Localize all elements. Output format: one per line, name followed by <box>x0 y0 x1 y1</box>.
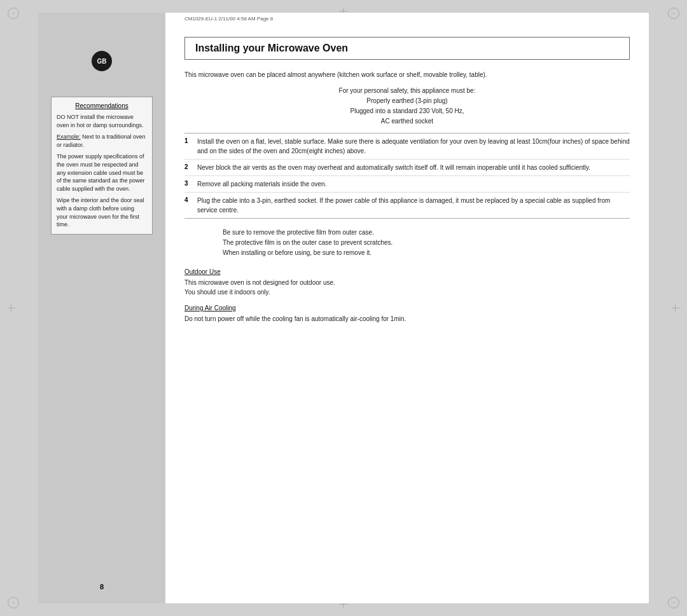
instruction-row-2: 2 Never block the air vents as the oven … <box>184 160 630 176</box>
reg-mark-tr <box>668 8 679 19</box>
gb-badge: GB <box>92 51 112 71</box>
recommendations-content: DO NOT install the microwave oven in hot… <box>57 113 147 229</box>
intro-paragraph: This microwave oven can be placed almost… <box>184 70 630 79</box>
instruction-text-3: Remove all packing materials inside the … <box>197 179 630 189</box>
safety-heading: For your personal safety, this appliance… <box>184 86 630 96</box>
reg-mark-br <box>668 597 679 608</box>
rec-para-4: Wipe the interior and the door seal with… <box>57 196 147 228</box>
instruction-text-1: Install the oven on a flat, level, stabl… <box>197 137 630 156</box>
instruction-row-3: 3 Remove all packing materials inside th… <box>184 176 630 193</box>
film-note-line1: Be sure to remove the protective film fr… <box>223 228 630 238</box>
instructions-table: 1 Install the oven on a flat, level, sta… <box>184 133 630 219</box>
cross-mark-left <box>8 305 15 312</box>
page-number: 8 <box>100 583 104 591</box>
film-note-line3: When installing or before using, be sure… <box>223 248 630 258</box>
film-note: Be sure to remove the protective film fr… <box>184 228 630 258</box>
sidebar: GB Recommendations DO NOT install the mi… <box>38 13 165 603</box>
film-note-line2: The protective film is on the outer case… <box>223 238 630 248</box>
safety-item-1: Properly earthed (3-pin plug) <box>184 96 630 106</box>
reg-mark-bl <box>8 597 19 608</box>
outdoor-use-section: Outdoor Use This microwave oven is not d… <box>184 268 630 297</box>
instruction-row-1: 1 Install the oven on a flat, level, sta… <box>184 133 630 160</box>
recommendations-box: Recommendations DO NOT install the micro… <box>51 97 153 235</box>
instruction-text-4: Plug the cable into a 3-pin, earthed soc… <box>197 196 630 215</box>
instruction-num-1: 1 <box>184 137 197 156</box>
page-title: Installing your Microwave Oven <box>195 43 619 54</box>
title-box: Installing your Microwave Oven <box>184 37 630 60</box>
outdoor-use-text1: This microwave oven is not designed for … <box>184 278 630 287</box>
instruction-row-4: 4 Plug the cable into a 3-pin, earthed s… <box>184 193 630 218</box>
instruction-text-2: Never block the air vents as the oven ma… <box>197 163 630 172</box>
during-air-cooling-title: During Air Cooling <box>184 305 630 311</box>
main-content: CM1029-EU-1 2/11/00 4:58 AM Page 8 Insta… <box>165 13 649 603</box>
example-label: Example: <box>57 133 81 140</box>
outdoor-use-text2: You should use it indoors only. <box>184 287 630 297</box>
instruction-num-3: 3 <box>184 179 197 189</box>
rec-para-1: DO NOT install the microwave oven in hot… <box>57 113 147 129</box>
safety-item-2: Plugged into a standard 230 Volt, 50 Hz, <box>184 106 630 116</box>
during-air-cooling-section: During Air Cooling Do not turn power off… <box>184 305 630 324</box>
rec-para-3: The power supply specifications of the o… <box>57 153 147 193</box>
cross-mark-right <box>672 305 679 312</box>
page-header-meta: CM1029-EU-1 2/11/00 4:58 AM Page 8 <box>184 16 273 22</box>
outdoor-use-title: Outdoor Use <box>184 268 630 275</box>
rec-para-2: Example: Next to a traditional oven or r… <box>57 133 147 149</box>
safety-item-3: AC earthed socket <box>184 116 630 127</box>
instruction-num-2: 2 <box>184 163 197 172</box>
reg-mark-tl <box>8 8 19 19</box>
instruction-num-4: 4 <box>184 196 197 215</box>
recommendations-title: Recommendations <box>57 102 147 109</box>
safety-section: For your personal safety, this appliance… <box>184 86 630 127</box>
during-air-cooling-text: Do not turn power off while the cooling … <box>184 314 630 324</box>
